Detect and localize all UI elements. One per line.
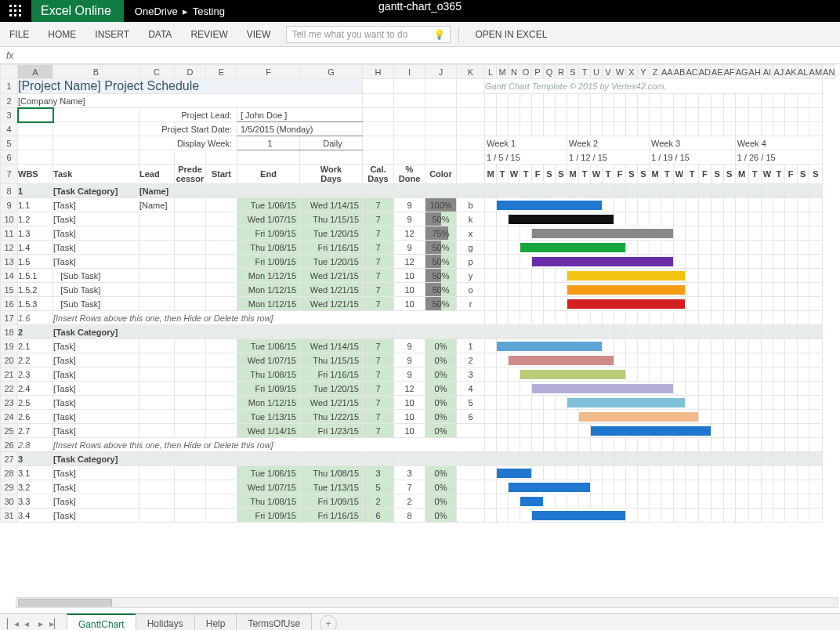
end-date[interactable]: Fri 1/16/15 bbox=[300, 241, 363, 255]
cal-days[interactable]: 10 bbox=[394, 283, 425, 297]
task-name[interactable]: [Task] bbox=[53, 368, 139, 382]
col-header-AL[interactable]: AL bbox=[797, 65, 809, 79]
task-name[interactable]: [Task] bbox=[53, 353, 139, 368]
row-header-24[interactable]: 24 bbox=[1, 410, 18, 424]
end-date[interactable]: Wed 1/21/15 bbox=[300, 396, 363, 410]
col-header-AI[interactable]: AI bbox=[761, 65, 773, 79]
color-code[interactable]: k bbox=[457, 212, 485, 226]
col-header-Z[interactable]: Z bbox=[650, 65, 661, 79]
work-days[interactable]: 2 bbox=[363, 494, 394, 509]
task-name[interactable]: [Task] bbox=[53, 466, 139, 480]
tab-nav-last-icon[interactable]: ▸▏ bbox=[49, 618, 61, 629]
color-code[interactable]: 2 bbox=[457, 353, 485, 368]
start-date[interactable]: Tue 1/06/15 bbox=[237, 466, 300, 480]
end-date[interactable]: Fri 1/16/15 bbox=[300, 509, 363, 523]
ribbon-tab-view[interactable]: VIEW bbox=[237, 29, 281, 40]
lead[interactable]: [Name] bbox=[139, 198, 175, 212]
col-header-AG[interactable]: AG bbox=[735, 65, 748, 79]
end-date[interactable]: Wed 1/21/15 bbox=[300, 269, 363, 283]
task-name[interactable]: [Task] bbox=[53, 509, 139, 523]
lead[interactable] bbox=[139, 269, 175, 283]
col-header-H[interactable]: H bbox=[363, 65, 394, 79]
worksheet[interactable]: ABCDEFGHIJKLMNOPQRSTUVWXYZAAABACADAEAFAG… bbox=[0, 64, 840, 613]
task-name[interactable]: [Sub Task] bbox=[53, 283, 139, 297]
cal-days[interactable]: 9 bbox=[394, 212, 425, 226]
col-header-AH[interactable]: AH bbox=[748, 65, 761, 79]
lead[interactable] bbox=[139, 382, 175, 396]
pct-done[interactable]: 50% bbox=[425, 297, 457, 311]
pct-done[interactable]: 50% bbox=[425, 283, 457, 297]
col-header-D[interactable]: D bbox=[175, 65, 206, 79]
row-header-2[interactable]: 2 bbox=[1, 94, 18, 108]
work-days[interactable]: 7 bbox=[363, 255, 394, 269]
ribbon-tab-data[interactable]: DATA bbox=[139, 29, 181, 40]
insert-row-note[interactable]: [Insert Rows above this one, then Hide o… bbox=[53, 311, 485, 325]
start-date[interactable]: Wed 1/14/15 bbox=[237, 424, 300, 438]
row-header-26[interactable]: 26 bbox=[1, 438, 18, 452]
cal-days[interactable]: 9 bbox=[394, 339, 425, 353]
row-header-27[interactable]: 27 bbox=[1, 452, 18, 466]
lead[interactable] bbox=[139, 466, 175, 480]
wbs[interactable]: 2.6 bbox=[18, 410, 53, 424]
row-header-14[interactable]: 14 bbox=[1, 269, 18, 283]
row-header-13[interactable]: 13 bbox=[1, 255, 18, 269]
row-header-21[interactable]: 21 bbox=[1, 368, 18, 382]
cal-days[interactable]: 12 bbox=[394, 255, 425, 269]
row-header-4[interactable]: 4 bbox=[1, 122, 18, 136]
tab-nav-first-icon[interactable]: ▏◂ bbox=[6, 618, 19, 629]
lead[interactable] bbox=[139, 368, 175, 382]
task-category[interactable]: [Task Category] bbox=[53, 452, 139, 466]
start-date[interactable]: Tue 1/06/15 bbox=[237, 198, 300, 212]
pct-done[interactable]: 0% bbox=[425, 339, 457, 353]
end-date[interactable]: Thu 1/15/15 bbox=[300, 353, 363, 368]
color-code[interactable]: r bbox=[457, 297, 485, 311]
sheet-tab-help[interactable]: Help bbox=[194, 614, 237, 631]
task-name[interactable]: [Task] bbox=[53, 382, 139, 396]
color-code[interactable]: y bbox=[457, 269, 485, 283]
formula-input[interactable] bbox=[20, 48, 840, 63]
task-category[interactable]: [Task Category] bbox=[53, 325, 139, 339]
end-date[interactable]: Fri 1/16/15 bbox=[300, 368, 363, 382]
end-date[interactable]: Wed 1/21/15 bbox=[300, 297, 363, 311]
cal-days[interactable]: 10 bbox=[394, 269, 425, 283]
cal-days[interactable]: 8 bbox=[394, 509, 425, 523]
end-date[interactable]: Fri 1/23/15 bbox=[300, 424, 363, 438]
wbs[interactable]: 3.2 bbox=[18, 480, 53, 494]
work-days[interactable]: 7 bbox=[363, 212, 394, 226]
row-header-19[interactable]: 19 bbox=[1, 339, 18, 353]
work-days[interactable]: 7 bbox=[363, 382, 394, 396]
col-header-A[interactable]: A bbox=[18, 65, 53, 79]
color-code[interactable]: x bbox=[457, 226, 485, 241]
row-header-25[interactable]: 25 bbox=[1, 424, 18, 438]
col-header-G[interactable]: G bbox=[300, 65, 363, 79]
lead[interactable] bbox=[139, 283, 175, 297]
col-header-B[interactable]: B bbox=[53, 65, 139, 79]
breadcrumb-folder[interactable]: Testing bbox=[193, 5, 225, 17]
breadcrumb[interactable]: OneDrive ▸ Testing bbox=[124, 0, 236, 22]
lead[interactable] bbox=[139, 424, 175, 438]
pct-done[interactable]: 100% bbox=[425, 198, 457, 212]
wbs[interactable]: 3.1 bbox=[18, 466, 53, 480]
work-days[interactable]: 3 bbox=[363, 466, 394, 480]
pct-done[interactable]: 0% bbox=[425, 410, 457, 424]
task-name[interactable]: [Sub Task] bbox=[53, 269, 139, 283]
work-days[interactable]: 7 bbox=[363, 396, 394, 410]
task-name[interactable]: [Task] bbox=[53, 424, 139, 438]
end-date[interactable]: Wed 1/21/15 bbox=[300, 283, 363, 297]
project-lead-value[interactable]: [ John Doe ] bbox=[237, 108, 363, 122]
start-date[interactable]: Mon 1/12/15 bbox=[237, 269, 300, 283]
row-header-17[interactable]: 17 bbox=[1, 311, 18, 325]
cal-days[interactable]: 10 bbox=[394, 424, 425, 438]
ribbon-tab-home[interactable]: HOME bbox=[38, 29, 85, 40]
col-header-AK[interactable]: AK bbox=[784, 65, 797, 79]
col-header-Y[interactable]: Y bbox=[638, 65, 650, 79]
end-date[interactable]: Thu 1/08/15 bbox=[300, 466, 363, 480]
col-header-cd[interactable]: Cal. Days bbox=[363, 165, 394, 184]
start-date[interactable]: Wed 1/07/15 bbox=[237, 212, 300, 226]
col-header-AN[interactable]: AN bbox=[823, 65, 835, 79]
pct-done[interactable]: 50% bbox=[425, 255, 457, 269]
pct-done[interactable]: 0% bbox=[425, 424, 457, 438]
col-header-U[interactable]: U bbox=[591, 65, 603, 79]
pct-done[interactable]: 50% bbox=[425, 212, 457, 226]
wbs[interactable]: 1.1 bbox=[18, 198, 53, 212]
